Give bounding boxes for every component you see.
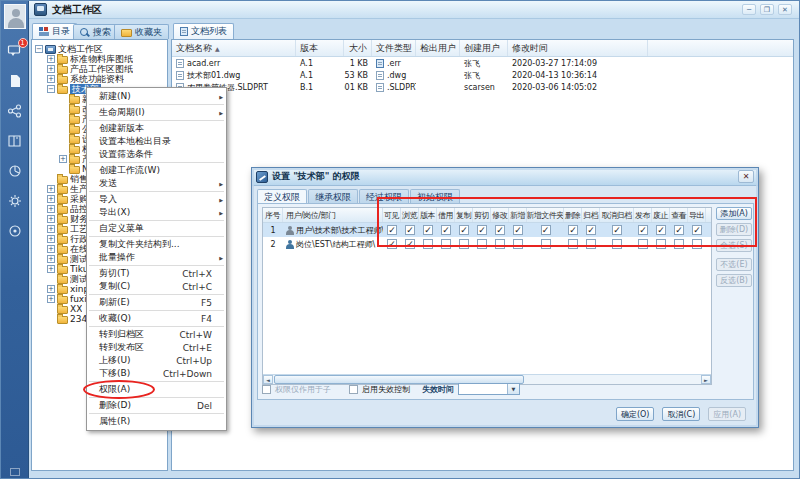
permission-checkbox[interactable] xyxy=(541,239,551,249)
tree-expander-icon[interactable]: + xyxy=(47,295,55,303)
tree-expander-icon[interactable]: + xyxy=(47,185,55,193)
table-row[interactable]: acad.errA.11 KB.err张飞2020-03-27 17:14:09 xyxy=(172,57,793,69)
menu-item[interactable]: 导入 xyxy=(87,193,226,206)
permission-checkbox[interactable] xyxy=(495,239,505,249)
permission-checkbox[interactable] xyxy=(423,239,433,249)
tree-expander-icon[interactable]: − xyxy=(35,45,43,53)
permission-column-header[interactable]: 剪切 xyxy=(473,208,491,222)
permission-checkbox[interactable]: ✓ xyxy=(612,225,622,235)
permission-checkbox[interactable] xyxy=(441,239,451,249)
message-icon[interactable]: 1 xyxy=(6,43,24,59)
menu-item[interactable]: 创建新版本 xyxy=(87,122,226,135)
collapse-sidebar-icon[interactable] xyxy=(10,468,20,476)
permission-column-header[interactable]: 废止 xyxy=(652,208,670,222)
tree-item[interactable]: −文档工作区 xyxy=(32,44,167,54)
help-icon[interactable] xyxy=(6,223,24,239)
tree-expander-icon[interactable]: + xyxy=(47,55,55,63)
permission-column-header[interactable]: 复制 xyxy=(455,208,473,222)
permission-checkbox[interactable]: ✓ xyxy=(423,225,433,235)
menu-item[interactable]: 删除(D)Del xyxy=(87,399,226,412)
permission-checkbox[interactable] xyxy=(638,239,648,249)
tree-expander-icon[interactable]: + xyxy=(47,65,55,73)
permission-checkbox[interactable]: ✓ xyxy=(405,225,415,235)
permission-checkbox[interactable] xyxy=(656,239,666,249)
menu-item[interactable]: 生命周期(I) xyxy=(87,106,226,119)
menu-item[interactable]: 批量操作 xyxy=(87,251,226,264)
permission-column-header[interactable]: 删除 xyxy=(564,208,582,222)
library-icon[interactable] xyxy=(6,133,24,149)
column-header[interactable]: 文档名称▲ xyxy=(172,40,296,56)
column-header[interactable]: 创建用户 xyxy=(460,40,508,56)
menu-item[interactable]: 导出(X) xyxy=(87,206,226,219)
menu-item[interactable]: 复制(C)Ctrl+C xyxy=(87,280,226,293)
minimize-button[interactable]: ─ xyxy=(742,4,756,15)
tab-favorites[interactable]: 收藏夹 xyxy=(114,24,169,39)
menu-item[interactable]: 属性(R) xyxy=(87,415,226,428)
report-icon[interactable] xyxy=(6,163,24,179)
tree-expander-icon[interactable]: + xyxy=(59,155,67,163)
permission-checkbox[interactable] xyxy=(692,239,702,249)
tree-item[interactable]: +标准物料库图纸 xyxy=(32,54,167,64)
maximize-button[interactable]: ❐ xyxy=(760,4,774,15)
permission-checkbox[interactable] xyxy=(586,239,596,249)
settings-icon[interactable] xyxy=(6,193,24,209)
column-header[interactable]: 修改时间 xyxy=(508,40,648,56)
tree-expander-icon[interactable]: + xyxy=(47,285,55,293)
column-header[interactable]: 文件类型 xyxy=(372,40,416,56)
tab-catalog[interactable]: 目录 xyxy=(32,23,77,39)
permission-column-header[interactable]: 修改 xyxy=(491,208,509,222)
menu-item[interactable]: 收藏(Q)F4 xyxy=(87,312,226,325)
tree-expander-icon[interactable]: + xyxy=(47,195,55,203)
permission-column-header[interactable]: 新增文件夹 xyxy=(527,208,564,222)
permission-checkbox[interactable]: ✓ xyxy=(568,225,578,235)
dialog-tab[interactable]: 经过权限 xyxy=(359,189,409,203)
tree-expander-icon[interactable]: − xyxy=(47,85,55,93)
permission-checkbox[interactable]: ✓ xyxy=(459,225,469,235)
dialog-button-cancel[interactable]: 取消(C) xyxy=(662,407,700,421)
enable-expiration-checkbox[interactable] xyxy=(349,385,358,394)
apply-to-children-checkbox[interactable] xyxy=(262,385,271,394)
menu-item[interactable]: 设置本地检出目录 xyxy=(87,135,226,148)
tree-expander-icon[interactable]: + xyxy=(47,205,55,213)
menu-item[interactable]: 刷新(E)F5 xyxy=(87,296,226,309)
column-header[interactable]: 版本 xyxy=(296,40,344,56)
permission-column-header[interactable]: 可见 xyxy=(383,208,401,222)
tree-expander-icon[interactable]: + xyxy=(47,235,55,243)
avatar[interactable] xyxy=(4,4,26,29)
permission-column-header[interactable]: 导出 xyxy=(688,208,706,222)
menu-item[interactable]: 复制文件夹结构到... xyxy=(87,238,226,251)
tree-expander-icon[interactable]: + xyxy=(47,215,55,223)
close-button[interactable]: ✕ xyxy=(778,4,792,15)
permission-column-header[interactable]: 归档 xyxy=(582,208,600,222)
menu-item[interactable]: 发送 xyxy=(87,177,226,190)
permission-checkbox[interactable]: ✓ xyxy=(692,225,702,235)
permission-checkbox[interactable]: ✓ xyxy=(674,225,684,235)
permission-checkbox[interactable]: ✓ xyxy=(586,225,596,235)
permission-checkbox[interactable]: ✓ xyxy=(387,239,397,249)
table-row[interactable]: 技术部01.dwgA.153 KB.dwg张飞2020-04-13 10:36:… xyxy=(172,69,793,81)
permission-checkbox[interactable]: ✓ xyxy=(477,225,487,235)
tree-expander-icon[interactable]: + xyxy=(47,255,55,263)
permission-column-header[interactable]: 查看 xyxy=(670,208,688,222)
user-column-header[interactable]: 用户/岗位/部门 xyxy=(283,208,383,222)
permission-checkbox[interactable] xyxy=(459,239,469,249)
permission-checkbox[interactable]: ✓ xyxy=(441,225,451,235)
dialog-tab[interactable]: 继承权限 xyxy=(308,189,358,203)
tree-expander-icon[interactable]: + xyxy=(47,75,55,83)
dialog-title-bar[interactable]: 设置 "技术部" 的权限 ✕ xyxy=(252,168,758,186)
permission-column-header[interactable]: 浏览 xyxy=(401,208,419,222)
share-icon[interactable] xyxy=(6,103,24,119)
menu-item[interactable]: 创建工作流(W) xyxy=(87,164,226,177)
side-button-add[interactable]: 添加(A) xyxy=(716,207,752,220)
permission-column-header[interactable]: 发布 xyxy=(634,208,652,222)
permission-checkbox[interactable] xyxy=(612,239,622,249)
menu-item[interactable]: 权限(A) xyxy=(87,383,226,396)
permission-checkbox[interactable]: ✓ xyxy=(656,225,666,235)
menu-item[interactable]: 下移(B)Ctrl+Down xyxy=(87,367,226,380)
permission-row[interactable]: 2岗位\EST\结构工程师\✓✓ xyxy=(263,237,711,251)
permission-checkbox[interactable]: ✓ xyxy=(387,225,397,235)
expiration-time-combobox[interactable] xyxy=(458,383,520,395)
permission-checkbox[interactable] xyxy=(674,239,684,249)
permission-column-header[interactable]: 新增 xyxy=(509,208,527,222)
menu-item[interactable]: 设置筛选条件 xyxy=(87,148,226,161)
